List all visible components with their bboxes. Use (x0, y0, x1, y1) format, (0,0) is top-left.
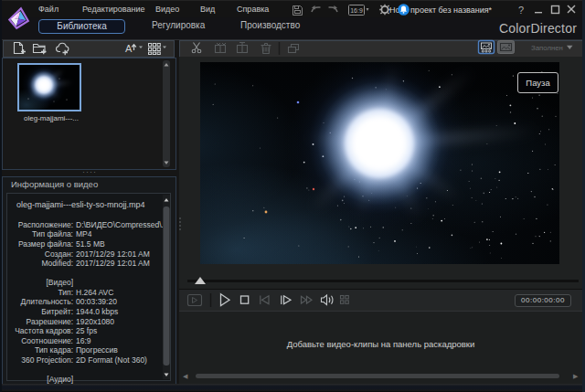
svg-text:проект без названия*: проект без названия* (410, 5, 493, 15)
svg-text:A: A (125, 43, 133, 54)
svg-text:16:9: 16:9 (350, 7, 363, 14)
svg-text:Заполнен: Заполнен (531, 44, 563, 52)
svg-text:?: ? (518, 5, 524, 16)
